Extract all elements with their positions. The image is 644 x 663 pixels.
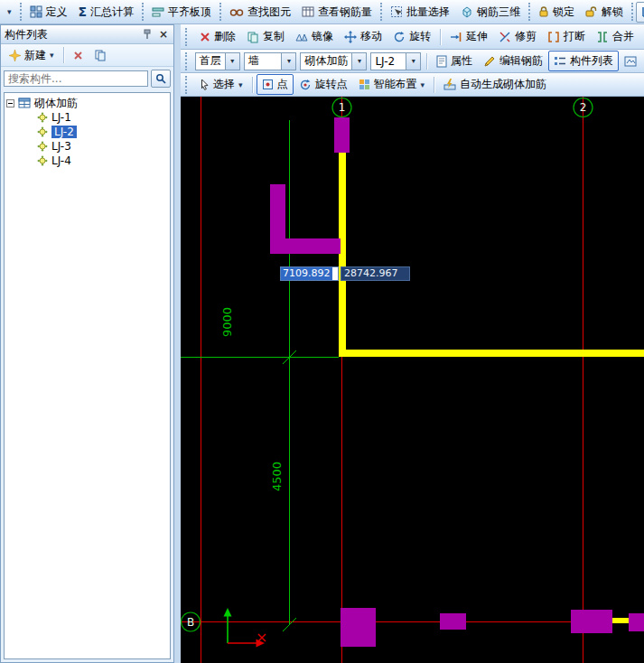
floor-select[interactable]: 首层 ▾: [195, 52, 240, 70]
dynamic-input-x[interactable]: 7109.892: [280, 266, 339, 281]
context-toolbar: 首层 ▾ 墙 ▾ 砌体加筋 ▾ LJ-2 ▾ 属性 编辑钢筋: [181, 50, 644, 73]
lock-label: 锁定: [553, 5, 574, 20]
move-label: 移动: [360, 29, 382, 44]
move-button[interactable]: 移动: [339, 26, 387, 47]
flush-slab-top-button[interactable]: 平齐板顶: [146, 2, 217, 23]
toolbar-grip[interactable]: [185, 52, 191, 70]
summary-calc-button[interactable]: Σ 汇总计算: [73, 2, 140, 23]
edit-rebar-button[interactable]: 编辑钢筋: [478, 51, 548, 71]
component-tree: 砌体加筋 LJ-1 LJ-2 LJ-3 LJ-4: [4, 92, 171, 659]
smart-layout-button[interactable]: 智能布置 ▾: [353, 74, 431, 95]
category-select[interactable]: 墙 ▾: [244, 52, 297, 70]
dimension-label-upper: 9000: [220, 307, 234, 337]
toolbar-overflow-icon[interactable]: [619, 52, 642, 70]
rotate-point-button[interactable]: 旋转点: [294, 74, 353, 95]
search-button[interactable]: [151, 70, 171, 88]
delete-component-button[interactable]: [68, 48, 89, 63]
copy-button[interactable]: 复制: [241, 26, 290, 47]
axis-label-1: 1: [339, 101, 346, 114]
tree-item[interactable]: LJ-3: [6, 139, 168, 154]
pin-icon[interactable]: [141, 29, 154, 40]
rebar-3d-icon: [461, 5, 473, 18]
batch-select-icon: [390, 5, 403, 18]
element-type-select[interactable]: 砌体加筋 ▾: [300, 52, 367, 70]
dimension-label-lower: 4500: [270, 462, 284, 491]
toolbar-grip[interactable]: [142, 3, 144, 21]
chevron-down-icon[interactable]: ▾: [225, 53, 239, 70]
application-window: ▾ 定义 Σ 汇总计算 平齐板顶 查找图元 查看钢筋量 批量选择: [0, 0, 644, 663]
toolbar-grip[interactable]: [528, 3, 530, 21]
toolbar-overflow-button[interactable]: ▾: [2, 5, 17, 19]
column-elements[interactable]: [341, 608, 644, 647]
mirror-label: 镜像: [312, 29, 333, 44]
sigma-icon: Σ: [79, 5, 88, 18]
expander-icon[interactable]: [6, 99, 14, 107]
auto-generate-button[interactable]: 自动生成砌体加筋: [438, 74, 552, 95]
point-icon: [262, 79, 274, 90]
rebar-3d-button[interactable]: 钢筋三维: [455, 2, 526, 23]
lock-icon: [538, 5, 549, 18]
rotate-button[interactable]: 旋转: [387, 26, 436, 47]
separator: [63, 47, 64, 63]
tree-item-label: LJ-4: [51, 154, 71, 167]
chevron-down-icon[interactable]: ▾: [281, 53, 295, 70]
panel-titlebar[interactable]: 构件列表 ×: [1, 25, 173, 44]
delete-button[interactable]: 删除: [194, 26, 241, 47]
dimension-lines: [181, 120, 339, 631]
panel-title: 构件列表: [5, 27, 137, 42]
chevron-down-icon[interactable]: ▾: [406, 53, 420, 70]
view-2d-button[interactable]: 二维: [636, 2, 644, 23]
tree-item[interactable]: LJ-4: [6, 154, 168, 168]
search-icon: [155, 73, 166, 84]
search-input[interactable]: [4, 70, 148, 87]
toolbar-grip[interactable]: [380, 3, 382, 21]
lock-button[interactable]: 锁定: [533, 2, 580, 23]
wall-elements[interactable]: [339, 153, 644, 623]
define-button[interactable]: 定义: [24, 2, 73, 23]
select-button[interactable]: 选择 ▾: [194, 74, 248, 95]
ucs-icon: [224, 608, 266, 648]
chevron-down-icon[interactable]: ▾: [351, 53, 366, 70]
properties-button[interactable]: 属性: [431, 51, 478, 71]
trim-button[interactable]: 修剪: [493, 26, 542, 47]
find-element-button[interactable]: 查找图元: [224, 2, 296, 23]
copy-component-button[interactable]: [89, 46, 112, 64]
unlock-button[interactable]: 解锁: [580, 2, 629, 23]
close-icon[interactable]: ×: [157, 29, 170, 40]
mirror-button[interactable]: 镜像: [290, 26, 339, 47]
toolbar-grip[interactable]: [185, 28, 191, 46]
component-list-button[interactable]: 构件列表: [548, 51, 619, 71]
tree-item-selected[interactable]: LJ-2: [6, 125, 168, 139]
point-button[interactable]: 点: [257, 74, 294, 95]
break-button[interactable]: 打断: [542, 26, 591, 47]
component-select[interactable]: LJ-2 ▾: [370, 52, 421, 70]
rebar-3d-label: 钢筋三维: [477, 5, 520, 20]
merge-button[interactable]: 合并: [591, 26, 639, 47]
summary-calc-label: 汇总计算: [90, 5, 134, 20]
delete-icon: [200, 32, 210, 42]
masonry-rebar-elements[interactable]: [270, 117, 350, 254]
toolbar-grip[interactable]: [185, 76, 191, 94]
toolbar-grip[interactable]: [20, 3, 22, 21]
rotate-point-label: 旋转点: [315, 77, 348, 92]
drawing-canvas[interactable]: 1 2 B 9000 4500: [181, 97, 644, 663]
extend-button[interactable]: 延伸: [444, 26, 493, 47]
ucs-x-arrow: [257, 640, 266, 648]
view-rebar-qty-button[interactable]: 查看钢筋量: [296, 2, 378, 23]
move-icon: [344, 31, 357, 43]
unlock-label: 解锁: [602, 5, 623, 20]
delete-label: 删除: [214, 29, 236, 44]
break-label: 打断: [564, 29, 585, 44]
toolbar-grip[interactable]: [219, 3, 221, 21]
break-icon: [547, 31, 560, 43]
copy-label: 复制: [263, 29, 285, 44]
new-component-button[interactable]: 新建 ▾: [4, 45, 60, 66]
dynamic-input-y[interactable]: 28742.967: [341, 266, 410, 281]
toolbar-grip[interactable]: [631, 3, 633, 21]
rotate-icon: [393, 31, 406, 43]
extend-icon: [450, 31, 462, 43]
tree-item[interactable]: LJ-1: [6, 110, 168, 125]
tree-root[interactable]: 砌体加筋: [6, 96, 168, 110]
batch-select-button[interactable]: 批量选择: [385, 2, 455, 23]
properties-icon: [436, 55, 447, 68]
